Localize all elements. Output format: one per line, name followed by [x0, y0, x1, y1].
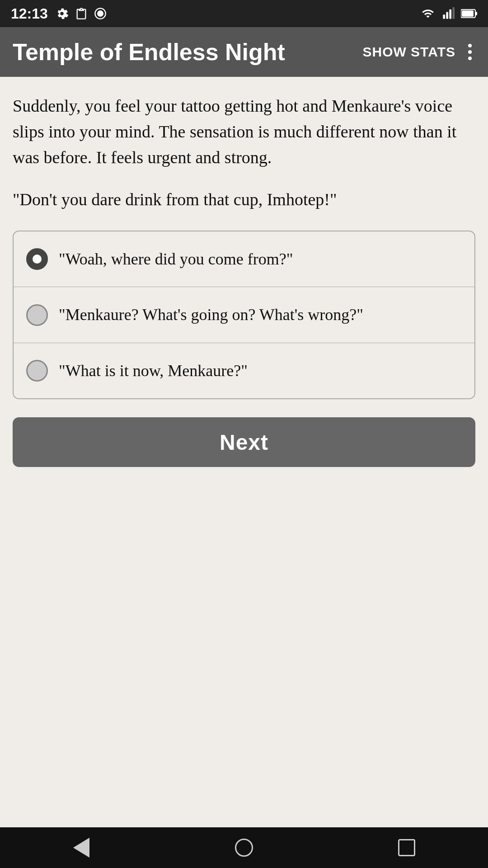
- bottom-nav: [0, 827, 488, 868]
- app-bar: Temple of Endless Night SHOW STATS: [0, 27, 488, 77]
- wifi-icon: [420, 7, 436, 20]
- record-icon: [94, 7, 107, 20]
- svg-rect-3: [446, 12, 448, 19]
- battery-icon: [461, 9, 477, 19]
- more-menu-icon[interactable]: [465, 44, 475, 60]
- svg-rect-7: [462, 10, 474, 17]
- radio-button-2[interactable]: [26, 304, 48, 326]
- recent-button[interactable]: [389, 830, 425, 866]
- svg-point-1: [97, 10, 103, 17]
- choice-item-1[interactable]: "Woah, where did you come from?": [14, 231, 474, 287]
- clipboard-icon: [75, 7, 88, 20]
- dialog-text: "Don't you dare drink from that cup, Imh…: [13, 187, 475, 212]
- main-content: Suddenly, you feel your tattoo getting h…: [0, 77, 488, 480]
- svg-rect-4: [449, 9, 451, 19]
- svg-rect-2: [443, 14, 445, 19]
- choice-item-2[interactable]: "Menkaure? What's going on? What's wrong…: [14, 287, 474, 343]
- recent-icon: [398, 839, 415, 856]
- next-button[interactable]: Next: [13, 417, 475, 467]
- choice-item-3[interactable]: "What is it now, Menkaure?": [14, 343, 474, 398]
- app-title: Temple of Endless Night: [13, 38, 353, 66]
- status-bar-right: [420, 7, 477, 20]
- choice-label-1: "Woah, where did you come from?": [59, 248, 293, 270]
- status-time: 12:13: [11, 5, 48, 22]
- signal-icon: [442, 7, 455, 20]
- choices-container: "Woah, where did you come from?" "Menkau…: [13, 231, 475, 399]
- gear-icon: [55, 7, 69, 20]
- home-button[interactable]: [226, 830, 262, 866]
- svg-rect-5: [452, 7, 455, 19]
- choice-label-3: "What is it now, Menkaure?": [59, 359, 248, 382]
- back-icon: [73, 838, 89, 858]
- story-text: Suddenly, you feel your tattoo getting h…: [13, 93, 475, 170]
- back-button[interactable]: [63, 830, 99, 866]
- svg-rect-8: [475, 12, 477, 15]
- choice-label-2: "Menkaure? What's going on? What's wrong…: [59, 303, 363, 326]
- status-bar-left: 12:13: [11, 5, 107, 22]
- status-bar: 12:13: [0, 0, 488, 27]
- show-stats-button[interactable]: SHOW STATS: [362, 44, 455, 60]
- radio-button-1[interactable]: [26, 248, 48, 270]
- status-icons: [55, 7, 107, 20]
- radio-button-3[interactable]: [26, 360, 48, 382]
- home-icon: [235, 839, 253, 857]
